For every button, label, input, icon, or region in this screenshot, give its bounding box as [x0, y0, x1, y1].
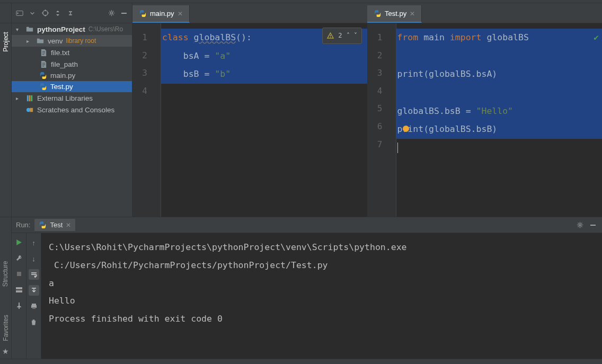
up-arrow-icon[interactable]: ↑ — [29, 237, 39, 248]
run-icon[interactable] — [14, 237, 24, 247]
python-icon — [374, 10, 382, 17]
chevron-right-icon[interactable]: ▸ — [16, 95, 22, 101]
chevron-down-icon[interactable] — [28, 8, 37, 18]
console-line: C:\Users\Rohit\PycharmProjects\pythonPro… — [49, 238, 595, 256]
svg-rect-6 — [42, 54, 44, 55]
svg-rect-22 — [32, 304, 36, 305]
svg-rect-24 — [32, 307, 36, 309]
warning-icon — [327, 32, 334, 39]
fold-gutter[interactable] — [154, 23, 161, 217]
console-output[interactable]: C:\Users\Rohit\PycharmProjects\pythonPro… — [41, 233, 602, 359]
editor-tabs-right: Test.py ✕ — [367, 3, 602, 23]
tree-file-label: main.py — [50, 72, 75, 79]
folder-icon — [36, 37, 45, 45]
wrench-icon[interactable] — [14, 253, 24, 263]
ext-lib-label: External Libraries — [37, 94, 93, 102]
line-numbers: 1 2 3 4 5 6 7 — [368, 23, 389, 217]
svg-rect-9 — [42, 66, 44, 66]
console-line: Hello — [49, 292, 595, 310]
python-icon — [39, 83, 47, 91]
toolwindow-project[interactable]: Project — [2, 32, 10, 51]
status-bar — [0, 359, 602, 364]
soft-wrap-icon[interactable] — [29, 269, 39, 280]
close-icon[interactable]: ✕ — [410, 10, 415, 17]
tab-main-py[interactable]: main.py ✕ — [132, 5, 190, 23]
tree-file-path[interactable]: file_path — [12, 58, 132, 70]
svg-rect-12 — [31, 95, 32, 101]
close-icon[interactable]: ✕ — [178, 10, 183, 17]
editor-main-py[interactable]: 1 2 3 4 2 ˄ ˅ class globalBS(): — [132, 23, 368, 217]
inspection-widget[interactable]: 2 ˄ ˅ — [322, 28, 361, 44]
tab-label: main.py — [150, 10, 174, 17]
intention-bulb-icon[interactable] — [403, 126, 409, 132]
stop-icon[interactable] — [14, 269, 24, 279]
left-gutter-top — [0, 3, 12, 23]
file-icon — [39, 48, 48, 57]
svg-rect-21 — [16, 290, 22, 292]
run-tab-label: Test — [50, 221, 63, 229]
run-tool-window: ★ Run: Test ✕ — [0, 217, 602, 359]
tree-file-txt[interactable]: file.txt — [12, 47, 132, 58]
caret — [397, 143, 398, 153]
hide-icon[interactable] — [119, 8, 129, 18]
check-icon[interactable]: ✔ — [594, 29, 599, 47]
library-root-hint: library root — [66, 37, 96, 45]
layout-icon[interactable] — [14, 285, 24, 295]
hide-icon[interactable] — [588, 220, 598, 230]
console-line: Process finished with exit code 0 — [49, 310, 595, 328]
svg-rect-14 — [30, 108, 33, 112]
run-action-toolbar — [12, 233, 26, 359]
expand-all-icon[interactable] — [53, 8, 63, 18]
svg-rect-8 — [42, 64, 45, 65]
external-libraries[interactable]: ▸ External Libraries — [12, 92, 132, 104]
project-tree[interactable]: ▾ pythonProject C:\Users\Ro ▸ venv libra… — [12, 23, 132, 217]
close-icon[interactable]: ✕ — [66, 221, 71, 229]
chevron-right-icon[interactable]: ▸ — [26, 38, 33, 44]
scratches-consoles[interactable]: Scratches and Consoles — [12, 104, 132, 116]
toolwindow-structure[interactable]: Structure — [2, 261, 10, 287]
pin-icon[interactable] — [14, 301, 24, 310]
svg-rect-3 — [121, 13, 127, 14]
collapse-all-icon[interactable] — [66, 8, 75, 18]
tree-test-py[interactable]: Test.py — [12, 81, 132, 92]
left-tool-stripe: Project Structure Favorites — [0, 23, 12, 217]
svg-rect-5 — [42, 52, 45, 53]
run-tabs: Run: Test ✕ — [12, 217, 602, 233]
gear-icon[interactable] — [576, 221, 584, 229]
svg-point-2 — [110, 12, 112, 14]
inspection-count: 2 — [338, 29, 342, 42]
code-area[interactable]: 2 ˄ ˅ class globalBS(): bsA = "a" bsB = … — [161, 23, 367, 217]
file-icon — [39, 60, 48, 68]
library-icon — [25, 94, 34, 102]
project-root[interactable]: ▾ pythonProject C:\Users\Ro — [12, 23, 132, 35]
editor-test-py[interactable]: 1 2 3 4 5 6 7 ✔ from main import globalB… — [368, 23, 603, 217]
run-tab-test[interactable]: Test ✕ — [34, 219, 75, 231]
trash-icon[interactable] — [29, 317, 39, 327]
gear-icon[interactable] — [107, 8, 116, 18]
tree-file-label: Test.py — [50, 83, 73, 91]
python-icon — [139, 10, 147, 17]
svg-rect-19 — [17, 272, 21, 276]
code-area[interactable]: ✔ from main import globalBS print(global… — [396, 23, 603, 217]
scroll-to-end-icon[interactable] — [29, 285, 39, 296]
tree-file-label: file.txt — [51, 49, 69, 57]
project-dropdown-icon[interactable] — [15, 8, 24, 18]
nav-up-icon[interactable]: ˄ — [347, 29, 350, 42]
favorites-star-icon[interactable]: ★ — [2, 347, 9, 356]
chevron-down-icon[interactable]: ▾ — [16, 26, 22, 32]
toolwindow-favorites[interactable]: Favorites — [2, 315, 10, 341]
tab-test-py[interactable]: Test.py ✕ — [367, 5, 422, 23]
svg-rect-10 — [26, 95, 28, 101]
run-label: Run: — [16, 221, 30, 229]
project-tool-toolbar — [12, 3, 132, 23]
project-name: pythonProject — [37, 25, 85, 33]
down-arrow-icon[interactable]: ↓ — [29, 253, 39, 264]
fold-gutter[interactable] — [389, 23, 396, 217]
print-icon[interactable] — [29, 301, 39, 312]
console-line: a — [49, 274, 595, 292]
svg-rect-11 — [29, 95, 30, 101]
target-icon[interactable] — [40, 8, 50, 18]
tree-main-py[interactable]: main.py — [12, 70, 132, 81]
venv-folder[interactable]: ▸ venv library root — [12, 35, 132, 47]
nav-down-icon[interactable]: ˅ — [354, 29, 357, 42]
